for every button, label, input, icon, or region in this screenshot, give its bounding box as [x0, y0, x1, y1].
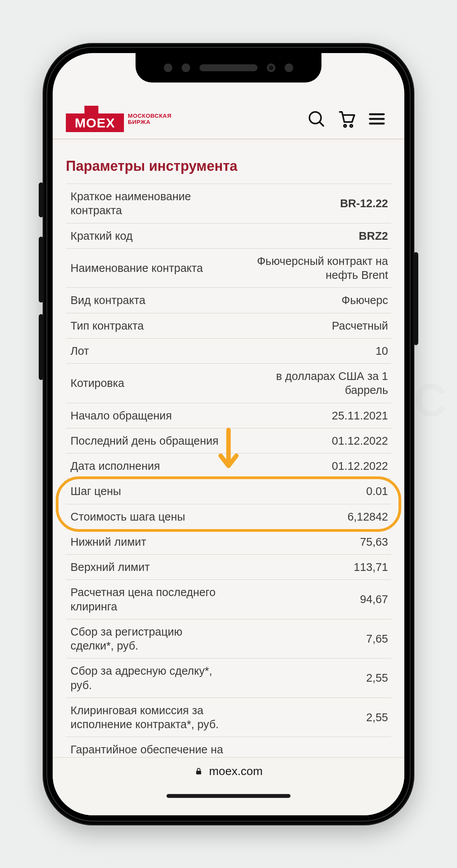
row-value: 2,55 — [235, 671, 388, 685]
table-row: Шаг цены0.01 — [66, 479, 391, 504]
home-indicator[interactable] — [167, 794, 290, 798]
row-label: Сбор за регистрацию сделки*, руб. — [70, 625, 223, 653]
table-row: Котировкав долларах США за 1 баррель — [66, 364, 391, 403]
table-row: Краткий кодBRZ2 — [66, 223, 391, 249]
row-label: Краткий код — [70, 229, 223, 243]
row-value: 94,67 — [235, 592, 388, 606]
row-label: Шаг цены — [70, 484, 223, 498]
table-row: Сбор за регистрацию сделки*, руб.7,65 — [66, 619, 391, 659]
url-text: moex.com — [209, 765, 263, 778]
content-area[interactable]: Параметры инструмента Краткое наименован… — [53, 139, 404, 757]
browser-bottom-bar: moex.com — [53, 757, 404, 815]
row-value: 01.12.2022 — [235, 459, 388, 473]
row-value: 75,63 — [235, 535, 388, 549]
row-value: Фьючерс — [235, 293, 388, 307]
table-row: Краткое наименование контрактаBR-12.22 — [66, 184, 391, 223]
row-value: в долларах США за 1 баррель — [235, 369, 388, 397]
row-value: 2,55 — [235, 710, 388, 724]
sensor-dot — [182, 64, 190, 72]
table-row: Лот10 — [66, 339, 391, 364]
phone-volume-down — [39, 314, 43, 380]
phone-power-button — [414, 252, 418, 345]
row-label: Наименование контракта — [70, 261, 223, 275]
table-row: Сбор за адресную сделку*, руб.2,55 — [66, 658, 391, 698]
row-value: 113,71 — [235, 560, 388, 574]
row-value: 0.01 — [235, 484, 388, 498]
address-bar[interactable]: moex.com — [194, 765, 263, 778]
svg-line-1 — [320, 122, 323, 126]
cart-icon[interactable] — [336, 108, 357, 129]
row-label: Стоимость шага цены — [70, 510, 223, 524]
moex-logo[interactable]: MOEX МОСКОВСКАЯ БИРЖА — [66, 106, 172, 132]
svg-rect-8 — [196, 771, 201, 774]
notch — [136, 53, 321, 83]
row-value: BRZ2 — [235, 229, 388, 243]
row-label: Краткое наименование контракта — [70, 189, 223, 218]
search-icon[interactable] — [306, 108, 327, 129]
phone-frame: MOEX МОСКОВСКАЯ БИРЖА — [43, 43, 414, 825]
row-label: Лот — [70, 344, 223, 358]
row-value: 25.11.2021 — [235, 409, 388, 423]
table-row: Последний день обращения01.12.2022 — [66, 428, 391, 454]
table-row: Начало обращения25.11.2021 — [66, 403, 391, 428]
menu-icon[interactable] — [366, 108, 387, 129]
row-value: 01.12.2022 — [235, 434, 388, 448]
table-row: Расчетная цена последнего клиринга94,67 — [66, 580, 391, 619]
row-label: Дата исполнения — [70, 459, 223, 473]
sensor-dot — [164, 64, 172, 72]
screen: MOEX МОСКОВСКАЯ БИРЖА — [53, 53, 404, 815]
table-row: Стоимость шага цены6,12842 — [66, 504, 391, 529]
front-camera — [267, 64, 275, 72]
row-label: Тип контракта — [70, 319, 223, 333]
row-label: Котировка — [70, 376, 223, 390]
svg-point-3 — [350, 125, 352, 127]
lock-icon — [194, 766, 203, 776]
logo-text: MOEX — [66, 113, 124, 132]
row-label: Сбор за адресную сделку*, руб. — [70, 664, 223, 692]
parameters-table: Краткое наименование контрактаBR-12.22Кр… — [66, 184, 391, 757]
row-label: Вид контракта — [70, 293, 223, 307]
row-label: Гарантийное обеспечение на первом уровне… — [70, 743, 223, 757]
table-row: Наименование контрактаФьючерсный контрак… — [66, 249, 391, 288]
table-row: Гарантийное обеспечение на первом уровне… — [66, 737, 391, 757]
table-row: Вид контрактаФьючерс — [66, 288, 391, 313]
svg-point-2 — [344, 125, 346, 127]
row-value: 7,65 — [235, 632, 388, 646]
section-title: Параметры инструмента — [66, 147, 391, 184]
logo-mark: MOEX — [66, 106, 124, 132]
table-row: Дата исполнения01.12.2022 — [66, 454, 391, 479]
table-row: Нижний лимит75,63 — [66, 529, 391, 555]
row-value: 6,12842 — [235, 510, 388, 524]
row-value: 10 — [235, 344, 388, 358]
logo-subtitle: МОСКОВСКАЯ БИРЖА — [128, 113, 172, 125]
row-label: Начало обращения — [70, 409, 223, 423]
row-value: BR-12.22 — [235, 196, 388, 210]
table-row: Верхний лимит113,71 — [66, 555, 391, 580]
row-label: Клиринговая комиссия за исполнение контр… — [70, 703, 223, 732]
highlight-annotation: Шаг цены0.01Стоимость шага цены6,12842 — [66, 479, 391, 529]
phone-side-button — [39, 182, 43, 217]
sensor-dot — [285, 64, 293, 72]
speaker-grill — [199, 64, 258, 71]
table-row: Тип контрактаРасчетный — [66, 313, 391, 339]
row-label: Нижний лимит — [70, 535, 223, 549]
table-row: Клиринговая комиссия за исполнение контр… — [66, 698, 391, 737]
phone-volume-up — [39, 237, 43, 303]
row-label: Последний день обращения — [70, 434, 223, 448]
row-value: Фьючерсный контракт на нефть Brent — [235, 254, 388, 282]
row-label: Верхний лимит — [70, 560, 223, 574]
row-label: Расчетная цена последнего клиринга — [70, 585, 223, 614]
row-value: Расчетный — [235, 319, 388, 333]
site-header: MOEX МОСКОВСКАЯ БИРЖА — [53, 100, 404, 140]
